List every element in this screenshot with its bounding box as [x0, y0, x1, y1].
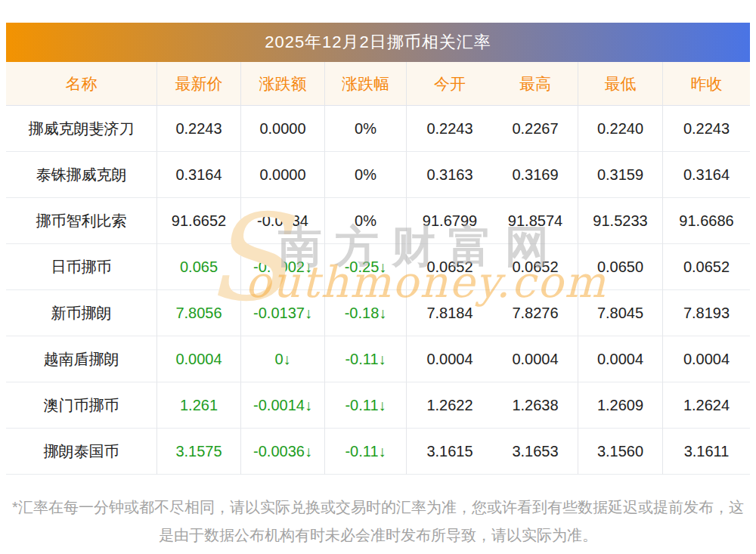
column-header-high: 最高 — [493, 62, 578, 106]
cell-low: 7.8045 — [578, 290, 663, 336]
cell-change-pct: -0.18↓ — [325, 290, 407, 336]
cell-low: 1.2609 — [578, 382, 663, 429]
cell-low: 91.5233 — [578, 198, 663, 244]
cell-prev-close: 0.2243 — [663, 106, 750, 152]
cell-change: -0.0036↓ — [241, 429, 325, 475]
cell-high: 7.8276 — [493, 290, 578, 336]
cell-latest: 3.1575 — [157, 429, 241, 475]
cell-latest: 0.0004 — [157, 336, 241, 382]
cell-name: 泰铢挪威克朗 — [6, 152, 157, 198]
disclaimer-text: *汇率在每一分钟或都不尽相同，请以实际兑换或交易时的汇率为准，您或许看到有些数据… — [6, 494, 750, 549]
cell-open: 0.0652 — [407, 244, 493, 290]
cell-high: 1.2638 — [493, 382, 578, 429]
cell-name: 新币挪朗 — [6, 290, 157, 336]
cell-change: -0.0137↓ — [241, 290, 325, 336]
cell-prev-close: 0.3164 — [663, 152, 750, 198]
cell-low: 0.3159 — [578, 152, 663, 198]
cell-low: 0.0004 — [578, 336, 663, 382]
cell-name: 越南盾挪朗 — [6, 336, 157, 382]
cell-high: 3.1653 — [493, 429, 578, 475]
cell-change: -0.0002↓ — [241, 244, 325, 290]
cell-latest: 7.8056 — [157, 290, 241, 336]
cell-open: 1.2622 — [407, 382, 493, 429]
column-header-prev-close: 昨收 — [663, 62, 750, 106]
cell-open: 0.3163 — [407, 152, 493, 198]
cell-change-pct: 0% — [325, 198, 407, 244]
column-header-latest: 最新价 — [157, 62, 241, 106]
cell-high: 91.8574 — [493, 198, 578, 244]
cell-prev-close: 91.6686 — [663, 198, 750, 244]
cell-change: 0.0000 — [241, 106, 325, 152]
cell-open: 7.8184 — [407, 290, 493, 336]
cell-high: 0.0004 — [493, 336, 578, 382]
cell-change-pct: -0.11↓ — [325, 382, 407, 429]
cell-prev-close: 1.2624 — [663, 382, 750, 429]
column-header-name: 名称 — [6, 62, 157, 106]
cell-name: 挪朗泰国币 — [6, 429, 157, 475]
cell-change-pct: -0.11↓ — [325, 429, 407, 475]
cell-prev-close: 7.8193 — [663, 290, 750, 336]
cell-high: 0.0652 — [493, 244, 578, 290]
cell-change-pct: -0.11↓ — [325, 336, 407, 382]
cell-open: 91.6799 — [407, 198, 493, 244]
cell-high: 0.3169 — [493, 152, 578, 198]
cell-change: 0.0000 — [241, 152, 325, 198]
column-header-change-pct: 涨跌幅 — [325, 62, 407, 106]
cell-latest: 0.065 — [157, 244, 241, 290]
cell-name: 挪威克朗斐济刀 — [6, 106, 157, 152]
cell-low: 0.0650 — [578, 244, 663, 290]
cell-prev-close: 0.0004 — [663, 336, 750, 382]
cell-high: 0.2267 — [493, 106, 578, 152]
cell-name: 挪币智利比索 — [6, 198, 157, 244]
cell-name: 澳门币挪币 — [6, 382, 157, 429]
cell-latest: 0.2243 — [157, 106, 241, 152]
cell-latest: 91.6652 — [157, 198, 241, 244]
cell-latest: 1.261 — [157, 382, 241, 429]
column-header-open: 今开 — [407, 62, 493, 106]
rates-panel: 2025年12月2日挪币相关汇率 名称 最新价 涨跌额 涨跌幅 今开 最高 最低… — [6, 23, 750, 549]
page-title: 2025年12月2日挪币相关汇率 — [6, 23, 750, 62]
cell-latest: 0.3164 — [157, 152, 241, 198]
cell-open: 0.0004 — [407, 336, 493, 382]
cell-open: 0.2243 — [407, 106, 493, 152]
cell-change-pct: -0.25↓ — [325, 244, 407, 290]
column-header-change: 涨跌额 — [241, 62, 325, 106]
cell-change: -0.0014↓ — [241, 382, 325, 429]
cell-prev-close: 0.0652 — [663, 244, 750, 290]
cell-change: 0↓ — [241, 336, 325, 382]
cell-change: -0.0034 — [241, 198, 325, 244]
cell-change-pct: 0% — [325, 106, 407, 152]
cell-open: 3.1615 — [407, 429, 493, 475]
column-header-low: 最低 — [578, 62, 663, 106]
rates-table: 名称 最新价 涨跌额 涨跌幅 今开 最高 最低 昨收 挪威克朗斐济刀0.2243… — [6, 62, 750, 475]
cell-name: 日币挪币 — [6, 244, 157, 290]
cell-low: 3.1560 — [578, 429, 663, 475]
cell-low: 0.2240 — [578, 106, 663, 152]
cell-prev-close: 3.1611 — [663, 429, 750, 475]
cell-change-pct: 0% — [325, 152, 407, 198]
